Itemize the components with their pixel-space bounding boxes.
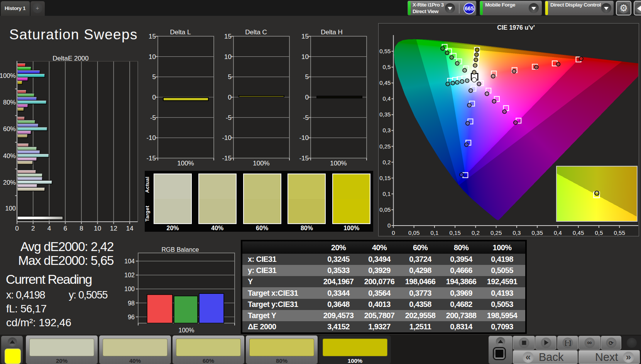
- svg-text:-5: -5: [226, 114, 232, 121]
- svg-text:98: 98: [128, 300, 135, 307]
- svg-text:5: 5: [305, 73, 309, 81]
- svg-text:0,45: 0,45: [573, 229, 584, 236]
- svg-text:10: 10: [301, 53, 309, 61]
- svg-text:0,2: 0,2: [383, 159, 391, 165]
- svg-text:0,45: 0,45: [379, 79, 391, 86]
- svg-text:0: 0: [387, 222, 391, 229]
- svg-text:100%: 100%: [179, 327, 194, 334]
- svg-text:-10: -10: [222, 134, 232, 142]
- svg-text:0: 0: [15, 225, 19, 232]
- svg-text:100%: 100%: [0, 72, 16, 79]
- svg-text:102: 102: [124, 272, 135, 278]
- svg-text:20%: 20%: [3, 179, 16, 186]
- svg-text:80%: 80%: [3, 99, 16, 106]
- svg-text:0,35: 0,35: [379, 111, 391, 118]
- svg-text:0,3: 0,3: [383, 127, 391, 133]
- svg-text:60%: 60%: [3, 125, 16, 132]
- svg-text:40%: 40%: [3, 152, 16, 159]
- svg-text:4: 4: [47, 225, 51, 232]
- svg-text:-10: -10: [147, 134, 156, 142]
- svg-text:96: 96: [128, 314, 135, 320]
- svg-text:8: 8: [79, 225, 83, 232]
- svg-text:0,05: 0,05: [379, 206, 391, 213]
- svg-text:0,5: 0,5: [383, 64, 391, 70]
- svg-text:0,5: 0,5: [595, 229, 603, 236]
- svg-text:0,25: 0,25: [490, 229, 502, 236]
- svg-text:10: 10: [149, 53, 156, 61]
- svg-text:100: 100: [5, 205, 16, 212]
- svg-text:0,1: 0,1: [383, 190, 391, 197]
- svg-text:104: 104: [124, 258, 135, 265]
- svg-text:0,55: 0,55: [379, 48, 391, 54]
- svg-text:100%: 100%: [253, 160, 269, 167]
- svg-text:0,15: 0,15: [450, 229, 461, 236]
- svg-text:0: 0: [392, 229, 395, 236]
- svg-text:5: 5: [152, 73, 156, 81]
- svg-text:100%: 100%: [177, 160, 194, 167]
- svg-text:-5: -5: [303, 114, 309, 121]
- svg-text:12: 12: [110, 225, 117, 232]
- svg-text:2: 2: [31, 225, 35, 232]
- svg-text:0,1: 0,1: [430, 229, 438, 236]
- svg-text:0: 0: [228, 94, 232, 101]
- svg-text:0,2: 0,2: [472, 229, 480, 236]
- svg-text:100%: 100%: [330, 160, 347, 167]
- svg-text:0,3: 0,3: [512, 229, 521, 236]
- svg-text:0,4: 0,4: [383, 95, 391, 102]
- svg-text:10: 10: [224, 53, 232, 61]
- svg-text:0,05: 0,05: [408, 229, 419, 236]
- svg-text:0,4: 0,4: [554, 229, 562, 236]
- svg-text:0: 0: [305, 94, 309, 101]
- svg-text:5: 5: [228, 73, 232, 81]
- svg-text:100: 100: [124, 286, 135, 292]
- svg-text:-15: -15: [147, 155, 156, 162]
- svg-text:14: 14: [126, 225, 134, 232]
- svg-text:0: 0: [152, 94, 156, 101]
- svg-text:0,55: 0,55: [614, 229, 625, 236]
- svg-text:-10: -10: [299, 134, 309, 142]
- svg-text:0,35: 0,35: [532, 229, 543, 236]
- svg-text:-15: -15: [299, 155, 309, 162]
- svg-text:6: 6: [63, 225, 67, 232]
- svg-text:-15: -15: [222, 155, 232, 162]
- svg-text:-5: -5: [150, 114, 156, 121]
- svg-text:0,25: 0,25: [379, 143, 391, 150]
- svg-text:0,15: 0,15: [379, 175, 391, 181]
- svg-text:10: 10: [94, 225, 101, 232]
